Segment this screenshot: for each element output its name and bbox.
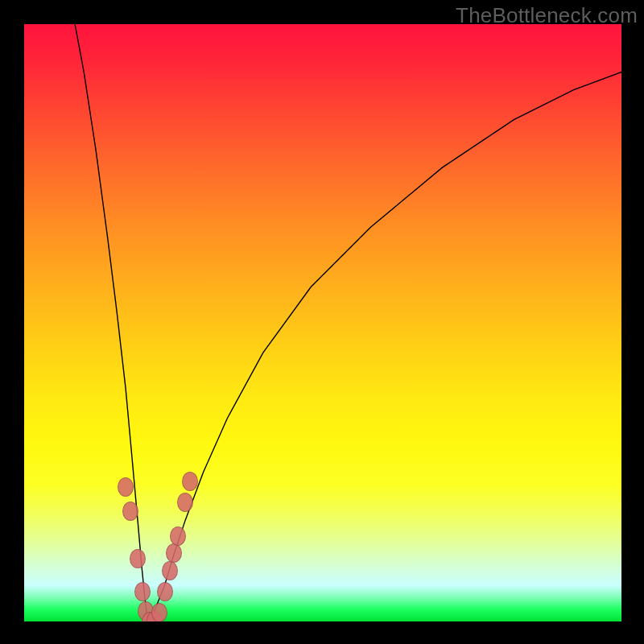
data-marker [166,543,182,563]
chart-frame: TheBottleneck.com [0,0,644,644]
curve-left [75,24,150,621]
data-marker [170,526,186,546]
curve-right [150,72,621,621]
data-marker [151,603,167,621]
data-marker [122,502,138,521]
chart-plot [24,24,621,621]
chart-curve [24,24,621,621]
data-marker [177,493,193,512]
data-marker [130,549,146,568]
data-marker [162,561,178,580]
data-marker [134,582,151,601]
data-marker [118,477,134,497]
data-marker [182,472,198,491]
brand-watermark: TheBottleneck.com [456,3,638,28]
data-marker [157,582,173,601]
